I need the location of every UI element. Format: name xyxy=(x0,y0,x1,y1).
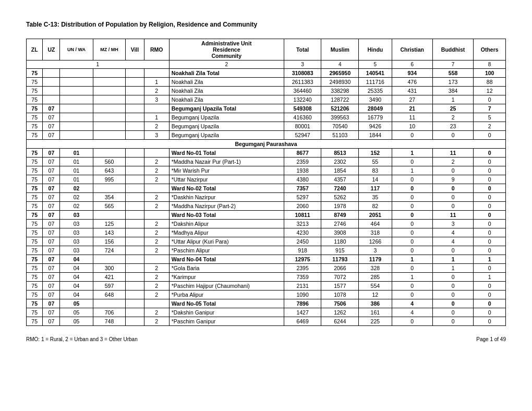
mz-cell: 565 xyxy=(93,202,126,211)
others-cell: 0 xyxy=(474,131,506,140)
un-cell: 04 xyxy=(60,255,93,264)
buddhist-cell: 25 xyxy=(432,104,473,113)
colnum-6: 6 xyxy=(392,61,432,69)
muslim-cell: 51103 xyxy=(321,131,359,140)
rmo-cell: 2 xyxy=(144,220,169,228)
rmo-cell xyxy=(144,211,169,220)
mz-cell xyxy=(93,122,126,131)
un-cell: 04 xyxy=(60,291,93,299)
vill-cell xyxy=(126,273,144,282)
total-cell: 5297 xyxy=(284,193,321,202)
buddhist-cell: 0 xyxy=(432,273,473,282)
name-cell: *Dakshin Ganipur xyxy=(169,308,284,317)
mz-cell xyxy=(93,78,126,87)
table-row: 7507037242*Paschim Alipur9189153000 xyxy=(27,246,506,255)
muslim-cell: 1978 xyxy=(321,202,359,211)
name-cell: *Karimpur xyxy=(169,273,284,282)
un-cell xyxy=(60,104,93,113)
name-cell: Ward No-03 Total xyxy=(169,211,284,220)
uz-cell xyxy=(43,69,60,78)
uz-cell: 07 xyxy=(43,158,60,166)
un-cell xyxy=(60,87,93,95)
christian-cell: 934 xyxy=(392,69,432,78)
total-cell: 52947 xyxy=(284,131,321,140)
zl-cell: 75 xyxy=(27,175,43,184)
buddhist-cell: 0 xyxy=(432,282,473,291)
total-cell: 2359 xyxy=(284,158,321,166)
muslim-cell: 1262 xyxy=(321,308,359,317)
others-cell: 0 xyxy=(474,246,506,255)
un-cell xyxy=(60,69,93,78)
col-others-header: Others xyxy=(474,39,506,61)
hindu-cell: 25335 xyxy=(359,87,392,95)
mz-cell xyxy=(93,184,126,193)
zl-cell: 75 xyxy=(27,149,43,158)
muslim-cell: 70540 xyxy=(321,122,359,131)
un-cell: 02 xyxy=(60,193,93,202)
hindu-cell: 111716 xyxy=(359,78,392,87)
vill-cell xyxy=(126,69,144,78)
christian-cell: 1 xyxy=(392,166,432,175)
others-cell: 0 xyxy=(474,228,506,237)
rmo-cell: 2 xyxy=(144,237,169,246)
zl-cell: 75 xyxy=(27,273,43,282)
vill-cell xyxy=(126,113,144,122)
total-cell: 3108083 xyxy=(284,69,321,78)
rmo-cell: 2 xyxy=(144,308,169,317)
rmo-cell: 2 xyxy=(144,166,169,175)
rmo-cell xyxy=(144,104,169,113)
others-cell: 2 xyxy=(474,122,506,131)
total-cell: 80001 xyxy=(284,122,321,131)
un-cell xyxy=(60,78,93,87)
zl-cell: 75 xyxy=(27,193,43,202)
zl-cell: 75 xyxy=(27,69,43,78)
christian-cell: 0 xyxy=(392,291,432,299)
vill-cell xyxy=(126,211,144,220)
rmo-cell xyxy=(144,184,169,193)
vill-cell xyxy=(126,246,144,255)
table-row: 7507025652*Maddha Nazirpur (Part-2)20601… xyxy=(27,202,506,211)
footer-note: RMO: 1 = Rural, 2 = Urban and 3 = Other … xyxy=(26,336,138,342)
uz-cell xyxy=(43,87,60,95)
others-cell: 0 xyxy=(474,220,506,228)
christian-cell: 0 xyxy=(392,158,432,166)
name-cell: Noakhali Zila Total xyxy=(169,69,284,78)
hindu-cell: 464 xyxy=(359,220,392,228)
buddhist-cell: 0 xyxy=(432,202,473,211)
rmo-cell: 2 xyxy=(144,291,169,299)
zl-cell: 75 xyxy=(27,122,43,131)
mz-cell xyxy=(93,95,126,104)
rmo-cell: 1 xyxy=(144,78,169,87)
vill-cell xyxy=(126,122,144,131)
zl-cell: 75 xyxy=(27,113,43,122)
colnum-4: 4 xyxy=(321,61,359,69)
name-cell: *Dakshin Alipur xyxy=(169,220,284,228)
uz-cell: 07 xyxy=(43,291,60,299)
name-cell: Begumganj Upazila xyxy=(169,122,284,131)
table-row: 7507046482*Purba Alipur1090107812000 xyxy=(27,291,506,299)
zl-cell: 75 xyxy=(27,246,43,255)
footer-page: Page 1 of 49 xyxy=(476,336,506,342)
uz-cell: 07 xyxy=(43,166,60,175)
rmo-cell: 2 xyxy=(144,264,169,273)
muslim-cell: 3908 xyxy=(321,228,359,237)
others-cell: 0 xyxy=(474,95,506,104)
mz-cell xyxy=(93,131,126,140)
hindu-cell: 161 xyxy=(359,308,392,317)
buddhist-cell: 4 xyxy=(432,237,473,246)
hindu-cell: 117 xyxy=(359,184,392,193)
table-row: Begumganj Paurashava xyxy=(27,140,506,149)
vill-cell xyxy=(126,78,144,87)
footer: RMO: 1 = Rural, 2 = Urban and 3 = Other … xyxy=(26,336,506,342)
rmo-cell: 2 xyxy=(144,228,169,237)
name-cell: *Paschim Hajipur (Chaumohani) xyxy=(169,282,284,291)
muslim-cell: 7240 xyxy=(321,184,359,193)
buddhist-cell: 11 xyxy=(432,211,473,220)
others-cell: 0 xyxy=(474,308,506,317)
name-cell: *Madhya Alipur xyxy=(169,228,284,237)
uz-cell: 07 xyxy=(43,282,60,291)
hindu-cell: 16779 xyxy=(359,113,392,122)
un-cell: 01 xyxy=(60,149,93,158)
muslim-cell: 8513 xyxy=(321,149,359,158)
buddhist-cell: 0 xyxy=(432,299,473,308)
